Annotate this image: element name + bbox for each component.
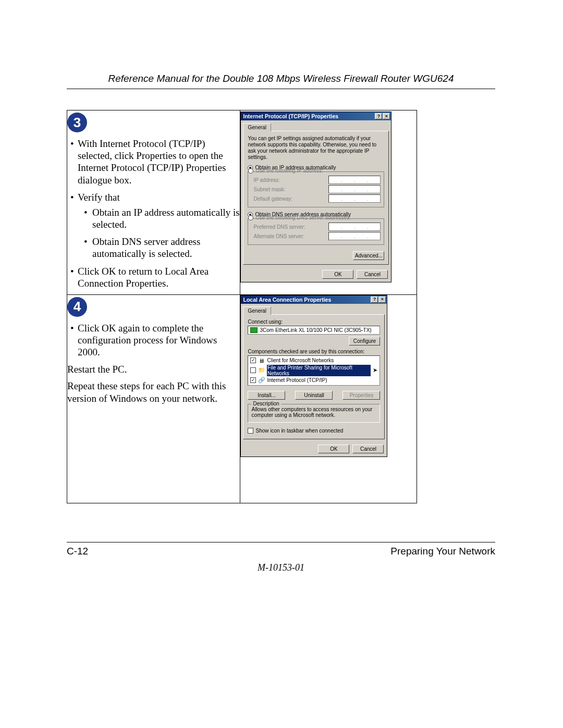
component-tcpip-label: Internet Protocol (TCP/IP)	[267, 377, 327, 383]
subnet-mask-input: ...	[328, 185, 381, 193]
alternate-dns-input: ...	[328, 232, 381, 240]
step3-bullet-2: Verify that Obtain an IP address automat…	[67, 191, 240, 260]
component-tcpip[interactable]: ✓ 🔗 Internet Protocol (TCP/IP)	[250, 377, 377, 384]
connect-using-label: Connect using:	[248, 319, 380, 325]
static-dns-fieldset: Use the following DNS server addresses: …	[248, 218, 384, 245]
help-icon[interactable]: ?	[371, 297, 378, 303]
component-file-print-label: File and Printer Sharing for Microsoft N…	[267, 365, 371, 376]
ip-address-input: ...	[328, 176, 381, 184]
tab-general[interactable]: General	[243, 123, 271, 131]
description-fieldset: Description Allows other computers to ac…	[248, 404, 380, 423]
ok-button[interactable]: OK	[318, 445, 349, 453]
close-icon[interactable]: ×	[383, 113, 390, 119]
component-file-print-sharing[interactable]: 📁 File and Printer Sharing for Microsoft…	[250, 364, 377, 377]
footer-rule	[67, 542, 495, 542]
checkbox-icon[interactable]: ✓	[250, 357, 256, 363]
cursor-icon: ➤	[373, 367, 377, 374]
show-icon-label: Show icon in taskbar when connected	[255, 428, 343, 434]
tcpip-properties-dialog: Internet Protocol (TCP/IP) Properties ? …	[240, 112, 391, 282]
preferred-dns-input: ...	[328, 223, 381, 231]
step4-bullet-1: Click OK again to complete the configura…	[67, 322, 240, 359]
checkbox-icon[interactable]: ✓	[250, 377, 256, 383]
radio-use-following-ip-label: Use the following IP address:	[255, 168, 323, 174]
alternate-dns-label: Alternate DNS server:	[253, 233, 304, 239]
component-client-label: Client for Microsoft Networks	[267, 357, 334, 363]
close-icon[interactable]: ×	[378, 297, 386, 303]
description-legend: Description	[251, 401, 280, 406]
step-3-badge: 3	[67, 113, 87, 132]
steps-table: 3 With Internet Protocol (TCP/IP) select…	[67, 110, 417, 503]
components-label: Components checked are used by this conn…	[248, 349, 380, 354]
ok-button[interactable]: OK	[322, 270, 353, 279]
step3-bullet-1: With Internet Protocol (TCP/IP) selected…	[67, 138, 240, 186]
radio-use-following-ip[interactable]	[248, 168, 253, 174]
ip-address-label: IP address:	[253, 177, 279, 183]
default-gateway-label: Default gateway:	[253, 196, 292, 202]
step3-bullet-2-text: Verify that	[78, 192, 120, 203]
preferred-dns-label: Preferred DNS server:	[253, 224, 305, 230]
step3-sub-1: Obtain an IP address automatically is se…	[78, 206, 240, 230]
sharing-icon: 📁	[258, 367, 265, 374]
default-gateway-input: ...	[328, 194, 381, 203]
nic-icon	[250, 327, 258, 333]
page-number: C-12	[67, 546, 88, 557]
advanced-button[interactable]: Advanced...	[353, 251, 384, 260]
tcpip-title: Internet Protocol (TCP/IP) Properties	[243, 113, 338, 119]
checkbox-icon[interactable]	[250, 367, 256, 373]
lac-title: Local Area Connection Properties	[243, 297, 331, 303]
install-button[interactable]: Install...	[248, 391, 285, 400]
subnet-mask-label: Subnet mask:	[253, 187, 285, 192]
components-list[interactable]: ✓ 🖥 Client for Microsoft Networks 📁 File…	[248, 355, 380, 386]
nic-display: 3Com EtherLink XL 10/100 PCI NIC (3C905-…	[248, 326, 380, 335]
page-header-title: Reference Manual for the Double 108 Mbps…	[67, 73, 495, 84]
step-4-badge: 4	[67, 297, 87, 317]
properties-button[interactable]: Properties	[342, 391, 380, 400]
lac-titlebar[interactable]: Local Area Connection Properties ? ×	[241, 295, 387, 304]
step4-restart: Restart the PC.	[67, 363, 240, 376]
uninstall-button[interactable]: Uninstall	[295, 391, 333, 400]
nic-name: 3Com EtherLink XL 10/100 PCI NIC (3C905-…	[260, 327, 371, 333]
configure-button[interactable]: Configure	[349, 337, 380, 346]
document-number: M-10153-01	[67, 562, 495, 573]
radio-use-following-dns-label: Use the following DNS server addresses:	[255, 215, 350, 220]
component-client[interactable]: ✓ 🖥 Client for Microsoft Networks	[250, 357, 377, 364]
lac-properties-dialog: Local Area Connection Properties ? × Gen…	[240, 295, 387, 457]
static-ip-fieldset: Use the following IP address: IP address…	[248, 171, 384, 207]
tcpip-description: You can get IP settings assigned automat…	[248, 135, 384, 161]
protocol-icon: 🔗	[258, 377, 265, 384]
step4-repeat: Repeat these steps for each PC with this…	[67, 380, 240, 405]
cancel-button[interactable]: Cancel	[352, 445, 384, 453]
step3-sub-2: Obtain DNS server address automatically …	[78, 236, 240, 260]
description-text: Allows other computers to access resourc…	[251, 406, 372, 418]
section-title: Preparing Your Network	[390, 546, 495, 557]
cancel-button[interactable]: Cancel	[357, 270, 388, 279]
tcpip-titlebar[interactable]: Internet Protocol (TCP/IP) Properties ? …	[241, 112, 391, 120]
show-icon-checkbox[interactable]	[248, 428, 253, 434]
step-4-instructions: Click OK again to complete the configura…	[67, 322, 240, 359]
header-rule	[67, 89, 495, 89]
help-icon[interactable]: ?	[375, 113, 382, 119]
tab-general[interactable]: General	[243, 306, 271, 315]
radio-use-following-dns[interactable]	[248, 215, 253, 220]
client-icon: 🖥	[258, 357, 265, 364]
step3-bullet-3: Click OK to return to Local Area Connect…	[67, 265, 240, 289]
step-3-instructions: With Internet Protocol (TCP/IP) selected…	[67, 138, 240, 289]
